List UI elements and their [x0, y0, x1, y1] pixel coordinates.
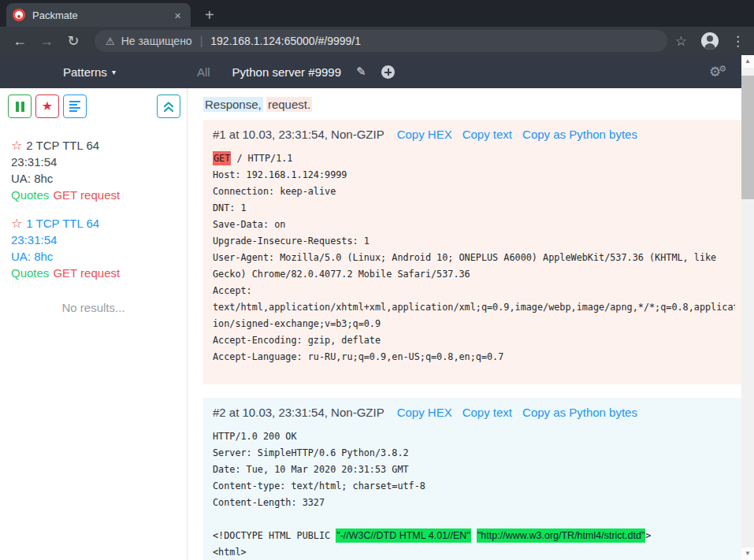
entry-user-agent: UA: 8hc — [11, 248, 176, 265]
copy-link[interactable]: Copy text — [462, 128, 512, 141]
collapse-all-button[interactable] — [157, 95, 180, 118]
list-item[interactable]: ☆2 TCP TTL 6423:31:54UA: 8hcQuotesGET re… — [11, 137, 176, 203]
page-scrollbar[interactable]: ▲ ▼ — [741, 55, 754, 560]
browser-menu-icon[interactable]: ⋮ — [731, 33, 745, 50]
packet-block-response: #2 at 10.03, 23:31:54, Non-GZIPCopy HEXC… — [203, 398, 741, 560]
packet-payload: HTTP/1.0 200 OK Server: SimpleHTTP/0.6 P… — [213, 428, 735, 560]
packet-sidebar: ★ ☆2 TCP TTL 6423:31:54UA: 8hcQuotesGET … — [0, 88, 188, 560]
payload-text: / HTTP/1.1 Host: 192.168.1.124:9999 Conn… — [213, 153, 735, 362]
summary-segment: request. — [266, 97, 312, 112]
scrollbar-up-icon[interactable]: ▲ — [741, 55, 754, 68]
entry-time: 23:31:54 — [11, 154, 176, 170]
forward-icon[interactable]: → — [36, 33, 57, 50]
favorite-star-icon[interactable]: ☆ — [11, 139, 22, 152]
star-icon: ★ — [42, 100, 53, 113]
favorites-filter-button[interactable]: ★ — [35, 95, 59, 118]
packet-title: #2 at 10.03, 23:31:54, Non-GZIP — [213, 406, 384, 419]
copy-link[interactable]: Copy HEX — [397, 128, 452, 141]
security-warning-icon[interactable]: ⚠ — [106, 35, 115, 47]
packet-payload: GET / HTTP/1.1 Host: 192.168.1.124:9999 … — [213, 150, 735, 365]
packet-detail-pane: Response, request. #1 at 10.03, 23:31:54… — [188, 88, 741, 560]
list-item[interactable]: ☆1 TCP TTL 6423:31:54UA: 8hcQuotesGET re… — [11, 215, 176, 281]
list-icon — [69, 99, 80, 113]
browser-toolbar: ← → ↻ ⚠ Не защищено | 192.168.1.124:6500… — [0, 27, 754, 55]
double-chevron-up-icon — [163, 101, 174, 113]
copy-link[interactable]: Copy text — [462, 406, 512, 419]
packet-block-request: #1 at 10.03, 23:31:54, Non-GZIPCopy HEXC… — [203, 120, 741, 384]
browser-tab[interactable]: Packmate × — [6, 3, 191, 27]
payload-text: HTTP/1.0 200 OK Server: SimpleHTTP/0.6 P… — [213, 431, 425, 541]
list-view-button[interactable] — [63, 95, 87, 118]
scrollbar-down-icon[interactable]: ▼ — [741, 547, 754, 560]
packet-header: #1 at 10.03, 23:31:54, Non-GZIPCopy HEXC… — [213, 128, 735, 141]
copy-link[interactable]: Copy as Python bytes — [522, 128, 637, 141]
scrollbar-thumb[interactable] — [741, 76, 754, 199]
entry-title-line: ☆1 TCP TTL 64 — [11, 215, 176, 232]
get-request-tag: GET request — [53, 266, 120, 280]
tab-title: Packmate — [32, 9, 171, 21]
patterns-label: Patterns — [63, 65, 107, 79]
add-pattern-icon[interactable] — [381, 65, 395, 79]
entry-user-agent: UA: 8hc — [11, 170, 176, 187]
entry-time: 23:31:54 — [11, 232, 176, 248]
browser-tabstrip: Packmate × + — [0, 0, 754, 27]
bookmark-star-icon[interactable]: ☆ — [675, 33, 687, 50]
settings-gear-icon[interactable]: ⚙⚙ — [709, 64, 729, 80]
app-header: Patterns ▾ All Python server #9999 ✎ ⚙⚙ — [0, 55, 741, 88]
sidebar-controls: ★ — [0, 88, 187, 118]
quotes-tag: Quotes — [11, 266, 49, 280]
pattern-tab-all[interactable]: All — [197, 65, 210, 79]
packet-header: #2 at 10.03, 23:31:54, Non-GZIPCopy HEXC… — [213, 406, 735, 419]
entry-tags: QuotesGET request — [11, 187, 176, 203]
profile-avatar[interactable] — [701, 32, 719, 50]
address-bar[interactable]: ⚠ Не защищено | 192.168.1.124:65000/#/99… — [95, 30, 667, 52]
security-label: Не защищено — [121, 35, 192, 47]
url-separator: | — [200, 35, 203, 47]
quotes-tag: Quotes — [11, 188, 49, 202]
chevron-down-icon: ▾ — [112, 68, 116, 76]
stream-summary: Response, request. — [203, 98, 741, 111]
new-tab-button[interactable]: + — [200, 5, 219, 25]
entry-title: 2 TCP TTL 64 — [26, 139, 99, 152]
favorite-star-icon[interactable]: ☆ — [11, 217, 22, 230]
pattern-tab-active[interactable]: Python server #9999 — [232, 65, 341, 79]
entry-title: 1 TCP TTL 64 — [26, 217, 99, 230]
pattern-highlight: GET — [213, 151, 231, 165]
packet-list: ☆2 TCP TTL 6423:31:54UA: 8hcQuotesGET re… — [0, 118, 187, 281]
packet-title: #1 at 10.03, 23:31:54, Non-GZIP — [213, 128, 384, 141]
pattern-highlight: "-//W3C//DTD HTML 4.01//EN" — [336, 528, 471, 543]
no-results-label: No results... — [0, 301, 187, 314]
patterns-dropdown[interactable]: Patterns ▾ — [63, 65, 116, 79]
entry-title-line: ☆2 TCP TTL 64 — [11, 137, 176, 154]
pattern-highlight: "http://www.w3.org/TR/html4/strict.dtd" — [477, 528, 645, 543]
entry-tags: QuotesGET request — [11, 265, 176, 281]
reload-icon[interactable]: ↻ — [63, 32, 84, 50]
summary-segment: Response, — [203, 97, 263, 112]
get-request-tag: GET request — [53, 188, 120, 202]
close-tab-icon[interactable]: × — [171, 9, 184, 22]
copy-link[interactable]: Copy HEX — [397, 406, 452, 419]
packmate-favicon — [13, 9, 25, 21]
gear-small-glyph: ⚙ — [719, 64, 726, 73]
copy-link[interactable]: Copy as Python bytes — [522, 406, 637, 419]
url-text[interactable]: 192.168.1.124:65000/#/9999/1 — [210, 35, 361, 47]
back-icon[interactable]: ← — [9, 33, 30, 50]
pause-icon — [16, 102, 24, 112]
payload-text — [471, 530, 477, 541]
edit-pattern-icon[interactable]: ✎ — [356, 65, 366, 79]
pause-capture-button[interactable] — [8, 95, 32, 118]
